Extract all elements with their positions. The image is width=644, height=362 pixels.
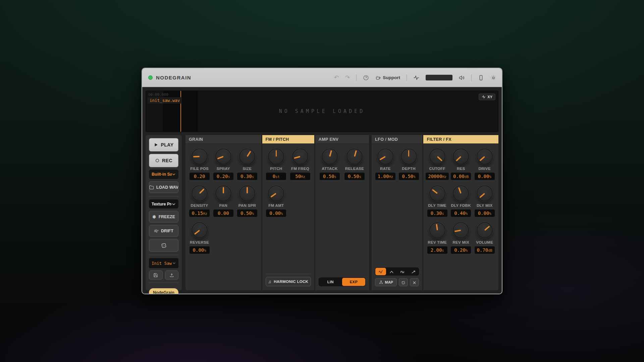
preset-select-dropdown[interactable]: Init Saw [149,258,178,268]
fm-freq-value[interactable]: 50Hz [290,173,310,180]
reverse-knob[interactable] [192,222,208,238]
rev-mix-knob[interactable] [453,222,469,238]
fm-amt-knob[interactable] [268,185,284,201]
dly-time-value[interactable]: 0.30s [427,209,447,217]
pan-spr-value[interactable]: 0.50% [237,209,257,217]
env-curve-exp-option[interactable]: EXP [342,278,365,286]
reverse-value[interactable]: 0.00% [190,246,210,254]
volume-value[interactable]: 0.70dB [475,246,495,254]
release-value[interactable]: 0.50s [344,173,365,180]
export-preset-button[interactable] [165,270,179,280]
size-knob[interactable] [239,148,255,165]
save-preset-button[interactable] [149,270,163,280]
fm-freq-knob[interactable] [292,148,308,165]
rev-time-knob[interactable] [429,222,445,238]
value-text: 0.15 [192,210,203,216]
value-text: 1.00 [378,174,389,179]
dly-fdbk-value[interactable]: 0.40% [451,209,471,217]
phone-icon[interactable] [478,75,484,81]
pan-value[interactable]: 0.00 [213,209,233,217]
knob-pointer-line [458,187,462,194]
mod-map-button[interactable]: MAP [375,278,397,286]
dly-mix-knob[interactable] [477,185,493,201]
rate-knob[interactable] [377,148,393,165]
pulse-icon[interactable] [413,75,419,81]
harmonic-lock-label: HARMONIC LOCK [274,280,308,284]
mod-clear-button[interactable] [410,278,419,286]
undo-icon[interactable]: ↶ [334,75,339,80]
dly-fdbk-knob[interactable] [453,185,469,201]
density-knob[interactable] [192,185,208,201]
rate-value[interactable]: 1.00Hz [375,173,395,180]
drift-button[interactable]: DRIFT [149,225,178,237]
spray-knob[interactable] [215,148,231,165]
play-button[interactable]: PLAY [149,138,178,152]
preset-category-dropdown[interactable]: Texture Pro [149,199,178,208]
pitch-knob[interactable] [268,148,284,165]
lfo-wave-sine-button[interactable] [375,268,386,275]
depth-value[interactable]: 0.50% [399,173,419,180]
lfo-wave-triangle-button[interactable] [386,268,397,275]
rev-time-value[interactable]: 2.00s [427,246,447,254]
freeze-button[interactable]: ❄FREEZE [149,211,178,223]
env-curve-lin-option[interactable]: LIN [319,278,342,286]
value-text: 0.00 [478,174,489,179]
help-icon[interactable] [363,75,369,81]
value-unit: % [489,212,491,216]
size-value[interactable]: 0.30s [237,173,257,180]
drive-value[interactable]: 0.00% [475,173,495,180]
value-text: 0.20 [454,247,466,253]
sun-icon[interactable] [490,75,496,81]
lfo-wave-ramp-button[interactable] [408,268,419,275]
knob-cell-cutoff: CUTOFF20000Hz [426,148,449,180]
fm-amt-value[interactable]: 0.00% [266,209,286,217]
mod-random-button[interactable] [399,278,408,286]
spray-value[interactable]: 0.20s [213,173,233,180]
depth-knob[interactable] [401,148,417,165]
fm-freq-label: FM FREQ [291,167,309,171]
release-knob[interactable] [346,148,363,165]
section-body-amp-env: ATTACK0.50sRELEASE0.50s [315,144,369,275]
plugin-window: NODEGRAIN ↶ ↷ Support [142,68,502,294]
res-knob[interactable] [453,148,469,165]
knob-pointer [375,146,395,167]
res-value[interactable]: 0.00dB [451,173,471,180]
knob-pointer-line [193,156,200,157]
dly-time-knob[interactable] [429,185,445,201]
value-unit: dB [488,248,492,252]
size-label: SIZE [243,167,252,171]
harmonic-lock-button[interactable]: ♫HARMONIC LOCK [266,277,311,286]
volume-knob[interactable] [477,222,493,238]
file-pos-knob[interactable] [192,148,208,165]
rec-button[interactable]: REC [149,154,178,167]
dly-mix-value[interactable]: 0.00% [475,209,495,217]
cutoff-value[interactable]: 20000Hz [426,173,449,180]
pan-knob[interactable] [215,185,231,201]
knob-pointer [266,183,286,203]
panel-divider [149,196,178,196]
section-lfo-mod: LFO / MODRATE1.00HzDEPTH0.50%MAP [372,135,422,290]
randomize-button[interactable] [149,239,178,252]
sample-select-dropdown[interactable]: Built-in Sam [149,170,178,179]
lfo-wave-square-button[interactable] [397,268,408,275]
attack-knob[interactable] [322,148,338,165]
knob-pointer [427,183,448,204]
support-button[interactable]: Support [375,75,400,80]
attack-value[interactable]: 0.50s [320,173,340,180]
file-pos-value[interactable]: 0.20 [190,173,210,180]
knob-pointer-line [484,226,490,231]
preset-category-value: Texture Pro [152,202,172,206]
titlebar: NODEGRAIN ↶ ↷ Support [142,68,502,87]
load-wav-button[interactable]: LOAD WAV [149,181,178,193]
redo-icon[interactable]: ↷ [345,75,350,80]
cutoff-knob[interactable] [429,148,445,165]
speaker-icon[interactable] [459,75,465,81]
xy-pad-button[interactable]: XY [479,94,495,100]
rev-mix-value[interactable]: 0.20% [451,246,471,254]
waveform-display[interactable]: 00:00.000 init_saw.wav NO SAMPLE LOADED … [146,90,498,132]
close-icon [412,280,417,285]
pitch-value[interactable]: 0st [266,173,286,180]
drive-knob[interactable] [477,148,493,165]
density-value[interactable]: 0.15Hz [189,209,209,217]
pan-spr-knob[interactable] [239,185,255,201]
